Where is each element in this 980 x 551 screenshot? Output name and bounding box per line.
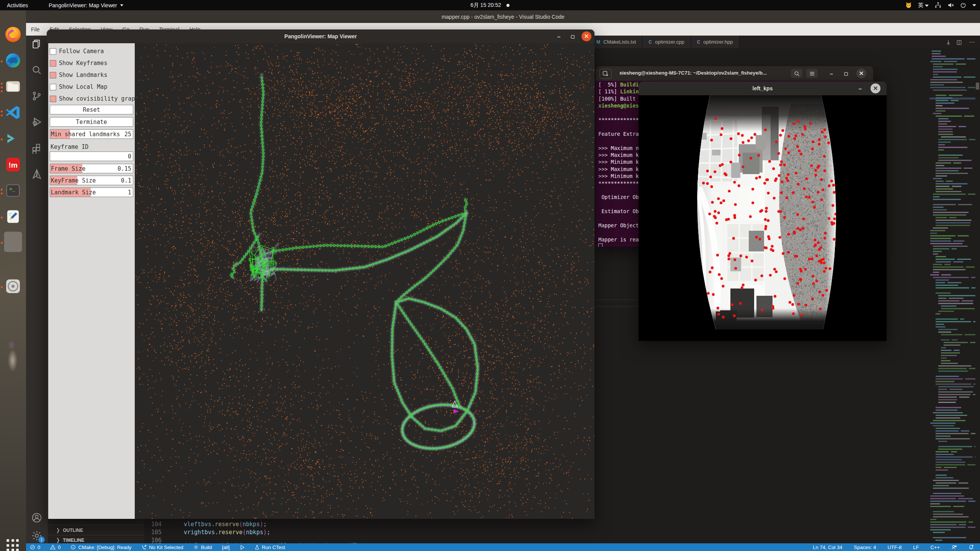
- menu-file[interactable]: File: [26, 26, 45, 33]
- checkbox-box[interactable]: [50, 72, 56, 78]
- status-item[interactable]: 0: [30, 544, 40, 550]
- terminal-line: **************: [598, 117, 642, 123]
- input-method-indicator[interactable]: 英: [918, 2, 929, 9]
- status-item[interactable]: LF: [913, 544, 919, 550]
- dock-item-disc-burner[interactable]: [3, 277, 23, 296]
- slider-keyframe-size[interactable]: KeyFrame Size0.1: [50, 176, 133, 185]
- status-item[interactable]: Build: [193, 544, 212, 550]
- status-item[interactable]: [240, 545, 245, 550]
- slider-landmark-size[interactable]: Landmark Size1: [50, 187, 133, 197]
- file-icon: C: [697, 39, 701, 45]
- status-item[interactable]: [969, 544, 974, 550]
- more-actions-icon[interactable]: ⋯: [969, 39, 975, 46]
- slider-frame-size[interactable]: Frame Size0.15: [50, 164, 133, 173]
- status-item[interactable]: C++: [930, 544, 940, 550]
- map-3d-view[interactable]: [135, 43, 595, 519]
- pangolin-close-button[interactable]: ✕: [581, 31, 591, 41]
- terminal-menu-button[interactable]: [806, 69, 818, 78]
- terminal-line: Optimizer Ob: [598, 194, 639, 200]
- dock-item-edge[interactable]: [3, 51, 23, 70]
- tab-optimizer.hpp[interactable]: Coptimizer.hpp: [691, 36, 740, 48]
- running-indicator: [1, 60, 3, 62]
- activity-search-icon[interactable]: [31, 64, 42, 76]
- status-item[interactable]: Ln 74, Col 34: [813, 544, 842, 550]
- checkbox-box[interactable]: [50, 96, 56, 102]
- terminal-line: Feature Extra: [598, 131, 639, 137]
- dock-item-terminal[interactable]: >_: [3, 181, 23, 200]
- checkbox-show-landmarks[interactable]: Show Landmarks: [50, 72, 107, 78]
- activity-explorer-icon[interactable]: [31, 38, 42, 50]
- pangolin-maximize-button[interactable]: ▢: [568, 31, 578, 41]
- left-kps-title-bar[interactable]: left_kps – ✕: [639, 82, 887, 95]
- slider-min-shared-landmarks[interactable]: Min shared landmarks25: [50, 129, 133, 139]
- input-keyframe-id[interactable]: 0: [50, 152, 133, 161]
- dock-item-vscode[interactable]: [3, 103, 23, 122]
- checkbox-box[interactable]: [50, 84, 56, 90]
- tab-optimizer.cpp[interactable]: Coptimizer.cpp: [642, 36, 691, 48]
- show-applications-button[interactable]: [7, 539, 20, 551]
- status-left: 00CMake: [Debug]: ReadyNo Kit SelectedBu…: [26, 544, 285, 550]
- divider: [595, 300, 640, 300]
- vscode-activity-bar: 1: [26, 36, 48, 543]
- app-indicator-icon[interactable]: [905, 2, 912, 8]
- checkbox-show-local-map[interactable]: Show Local Map: [50, 83, 107, 90]
- checkbox-box[interactable]: [50, 48, 56, 55]
- activity-run-debug-icon[interactable]: [31, 116, 42, 128]
- gnome-top-bar: Activities PangolinViewer: Map Viewer 6月…: [0, 0, 980, 10]
- status-item[interactable]: [951, 544, 957, 550]
- dock-item-app-im[interactable]: !m: [3, 155, 23, 174]
- terminal-line: >>> Maximum k: [598, 166, 639, 172]
- checkbox-box[interactable]: [50, 60, 56, 67]
- checkbox-show-covisibility-graph[interactable]: Show covisibility graph: [50, 95, 139, 102]
- terminal-line: Mapper is rea: [598, 236, 639, 243]
- terminal-line: >>> Minimum k: [598, 173, 639, 179]
- dock-item-text-editor[interactable]: [3, 207, 23, 226]
- status-item[interactable]: Spaces: 4: [854, 544, 876, 550]
- focused-app-menu[interactable]: PangolinViewer: Map Viewer: [49, 2, 123, 8]
- checkbox-follow-camera[interactable]: Follow Camera: [50, 48, 104, 55]
- terminal-maximize-button[interactable]: ▢: [841, 68, 851, 78]
- status-item[interactable]: UTF-8: [887, 544, 902, 550]
- dock-item-window-preview[interactable]: [3, 232, 23, 251]
- dock-item-firefox[interactable]: [3, 25, 23, 44]
- vscode-minimap[interactable]: [929, 49, 975, 543]
- terminal-new-tab-button[interactable]: [599, 69, 612, 79]
- sidebar-section-outline[interactable]: ❯OUTLINE: [48, 525, 144, 535]
- status-item[interactable]: 0: [50, 544, 60, 550]
- clock[interactable]: 6月 15 20:52: [470, 2, 510, 9]
- account-icon[interactable]: [31, 512, 42, 523]
- status-item[interactable]: [all]: [222, 544, 230, 550]
- tab-CMakeLists.txt[interactable]: MCMakeLists.txt: [590, 36, 642, 48]
- pangolin-minimize-button[interactable]: –: [554, 31, 564, 41]
- open-changes-icon[interactable]: ⤓: [947, 39, 950, 46]
- left-kps-close-button[interactable]: ✕: [871, 83, 880, 93]
- settings-gear-icon[interactable]: 1: [31, 530, 42, 541]
- button-terminate[interactable]: Terminate: [50, 117, 133, 127]
- checkbox-show-keyframes[interactable]: Show Keyframes: [50, 60, 107, 67]
- terminal-minimize-button[interactable]: –: [826, 68, 836, 78]
- terminal-line: >>> Maximum k: [598, 152, 639, 158]
- left-kps-minimize-button[interactable]: –: [855, 83, 865, 93]
- running-indicator: [1, 189, 3, 194]
- split-editor-icon[interactable]: ◫: [957, 39, 962, 46]
- terminal-title-bar[interactable]: xiesheng@xiesheng-MS-7C71: ~/Desktop/ov2…: [596, 66, 873, 81]
- pangolin-title: PangolinViewer: Map Viewer: [284, 33, 357, 39]
- system-tray[interactable]: 英: [905, 2, 976, 9]
- activity-extensions-icon[interactable]: [31, 142, 42, 154]
- vscode-scrollbar[interactable]: [976, 83, 979, 90]
- chevron-down-icon: [972, 4, 976, 7]
- status-item[interactable]: CMake: [Debug]: Ready: [70, 544, 131, 550]
- terminal-close-button[interactable]: ✕: [856, 68, 866, 78]
- terminal-search-button[interactable]: [791, 69, 802, 78]
- pangolin-window: PangolinViewer: Map Viewer – ▢ ✕ Follow …: [47, 29, 595, 519]
- dock-item-files[interactable]: [3, 77, 23, 96]
- running-indicator: [1, 217, 3, 218]
- status-item[interactable]: No Kit Selected: [141, 544, 183, 550]
- activity-cmake-icon[interactable]: [31, 168, 42, 180]
- dock-item-app-teal[interactable]: [3, 129, 23, 148]
- button-reset[interactable]: Reset: [50, 105, 133, 114]
- status-item[interactable]: Run CTest: [255, 544, 285, 550]
- activities-button[interactable]: Activities: [0, 0, 35, 10]
- activity-source-control-icon[interactable]: [31, 90, 42, 102]
- pangolin-title-bar[interactable]: PangolinViewer: Map Viewer – ▢ ✕: [47, 29, 595, 43]
